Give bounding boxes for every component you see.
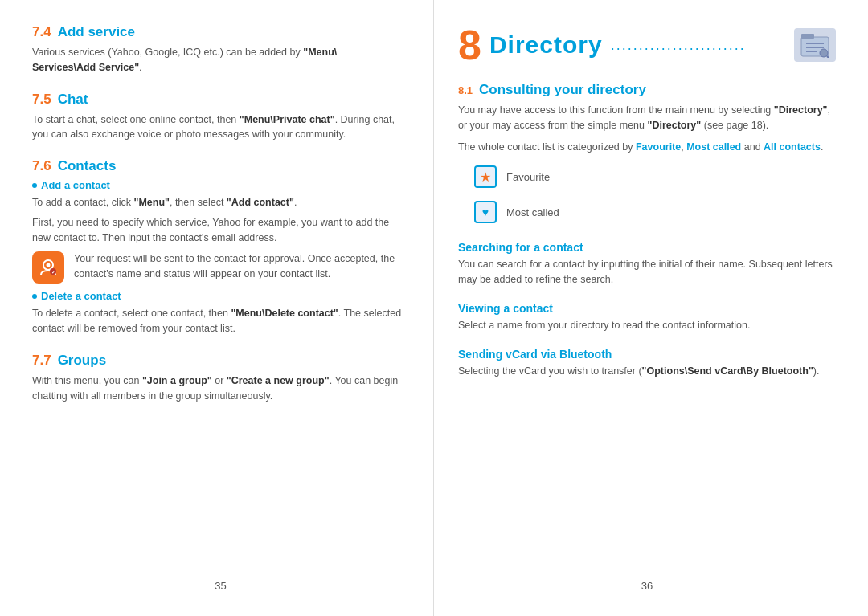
chapter-8-header: 8 Directory ........................: [458, 24, 836, 66]
section-7-4-body: Various services (Yahoo, Google, ICQ etc…: [32, 45, 409, 75]
section-title-8-1: Consulting your directory: [479, 82, 646, 98]
fav-label: Favourite: [636, 141, 681, 153]
menu-ref-delete: "Menu\Delete contact": [231, 308, 338, 319]
info-box-approval: ✓ Your request will be sent to the conta…: [32, 251, 409, 284]
page-spread: 7.4 Add service Various services (Yahoo,…: [0, 0, 868, 616]
bullet-dot-1: [32, 183, 37, 188]
left-page: 7.4 Add service Various services (Yahoo,…: [0, 0, 434, 616]
section-title-7-5: Chat: [58, 92, 88, 108]
chapter-8-num: 8: [458, 24, 481, 66]
dir-ref-1: "Directory": [774, 104, 828, 116]
view-heading: Viewing a contact: [458, 302, 836, 315]
para-delete-contact: To delete a contact, select one contact,…: [32, 306, 409, 337]
chapter-8-title: Directory: [489, 31, 603, 59]
most-called-label: Most called: [686, 141, 741, 153]
section-num-8-1: 8.1: [458, 84, 473, 96]
section-view: Viewing a contact Select a name from you…: [458, 302, 836, 333]
left-page-num: 35: [32, 572, 409, 592]
bullet-label-add: Add a contact: [41, 179, 110, 191]
section-num-7-5: 7.5: [32, 92, 51, 108]
most-called-icon: ♥: [474, 201, 497, 223]
bullet-delete-contact: Delete a contact: [32, 290, 409, 302]
svg-text:✓: ✓: [51, 270, 55, 275]
dir-ref-2: "Directory": [648, 120, 702, 131]
category-favourite: ★ Favourite: [474, 165, 836, 188]
section-vcard: Sending vCard via Bluetooth Selecting th…: [458, 348, 836, 379]
section-7-6: 7.6 Contacts Add a contact To add a cont…: [32, 158, 409, 337]
section-7-5-body: To start a chat, select one online conta…: [32, 112, 409, 143]
section-num-7-6: 7.6: [32, 158, 51, 174]
approval-icon: ✓: [32, 251, 64, 284]
svg-point-9: [820, 49, 828, 57]
section-num-7-4: 7.4: [32, 24, 51, 40]
section-8-1: 8.1 Consulting your directory You may ha…: [458, 82, 836, 226]
menu-ref-add-2: "Add contact": [227, 197, 294, 208]
info-text-approval: Your request will be sent to the contact…: [74, 251, 409, 282]
para-8-1-a: You may have access to this function fro…: [458, 103, 836, 133]
search-body: You can search for a contact by inputtin…: [458, 257, 836, 288]
options-ref: "Options\Send vCard\By Bluetooth": [642, 365, 813, 377]
directory-icon: [794, 28, 836, 62]
right-page-num: 36: [458, 572, 836, 592]
most-called-text: Most called: [506, 206, 559, 218]
all-contacts-label: All contacts: [764, 141, 821, 153]
bullet-add-contact: Add a contact: [32, 179, 409, 191]
section-title-7-7: Groups: [58, 353, 106, 369]
section-7-7-body: With this menu, you can "Join a group" o…: [32, 373, 409, 404]
section-7-7: 7.7 Groups With this menu, you can "Join…: [32, 353, 409, 404]
join-group-ref: "Join a group": [142, 375, 212, 386]
favourite-text: Favourite: [506, 171, 550, 183]
svg-point-1: [47, 263, 51, 267]
menu-ref-7-4: "Menu\: [303, 47, 337, 58]
bullet-label-delete: Delete a contact: [41, 290, 121, 302]
vcard-heading: Sending vCard via Bluetooth: [458, 348, 836, 361]
menu-ref-chat: "Menu\Private chat": [240, 114, 335, 125]
right-page: 8 Directory ........................ 8.1: [434, 0, 868, 616]
favourite-icon: ★: [474, 165, 497, 188]
view-body: Select a name from your directory to rea…: [458, 318, 836, 333]
section-title-7-6: Contacts: [58, 158, 117, 174]
section-7-4: 7.4 Add service Various services (Yahoo,…: [32, 24, 409, 75]
para-add-contact-2: First, you need to specify which service…: [32, 215, 409, 246]
svg-rect-5: [801, 34, 814, 39]
para-add-contact-1: To add a contact, click "Menu", then sel…: [32, 195, 409, 210]
chapter-dots: ........................: [611, 37, 786, 54]
vcard-body: Selecting the vCard you wish to transfer…: [458, 364, 836, 379]
create-group-ref: "Create a new group": [227, 375, 330, 386]
search-heading: Searching for a contact: [458, 241, 836, 254]
menu-ref-add-1: "Menu": [133, 197, 170, 208]
section-7-5: 7.5 Chat To start a chat, select one onl…: [32, 92, 409, 143]
bullet-dot-2: [32, 294, 37, 299]
section-num-7-7: 7.7: [32, 353, 51, 369]
section-search: Searching for a contact You can search f…: [458, 241, 836, 288]
menu-ref-7-4b: Services\Add Service": [32, 62, 139, 73]
category-most-called: ♥ Most called: [474, 201, 836, 223]
section-title-7-4: Add service: [58, 24, 135, 40]
para-8-1-b: The whole contact list is categorized by…: [458, 140, 836, 155]
svg-line-10: [827, 56, 829, 58]
